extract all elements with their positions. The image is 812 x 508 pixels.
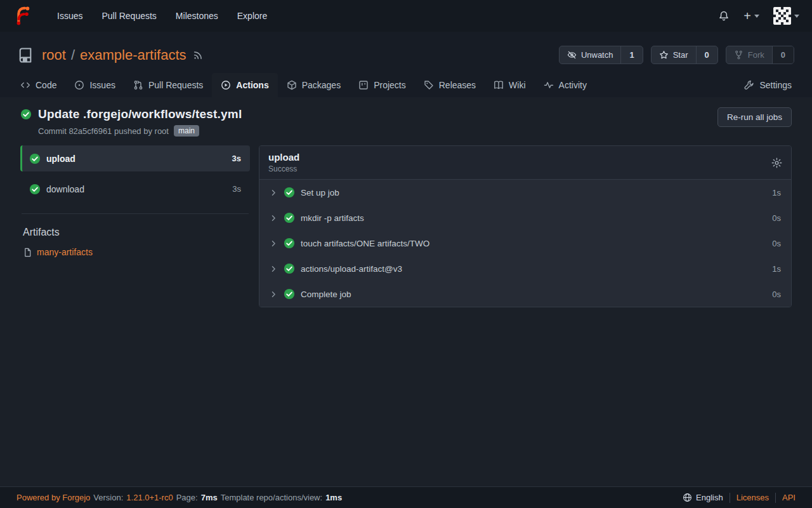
package-icon [287,80,297,90]
footer-divider [775,493,776,503]
actions-run-view: Update .forgejo/workflows/test.yml Commi… [0,97,812,486]
star-count[interactable]: 0 [696,46,717,64]
tab-wiki[interactable]: Wiki [485,73,534,97]
nav-explore[interactable]: Explore [230,6,275,26]
success-check-icon [29,184,41,195]
job-name: upload [46,154,75,164]
licenses-link[interactable]: Licenses [737,493,769,502]
step-name: Complete job [301,290,351,299]
tab-settings[interactable]: Settings [735,73,801,97]
forgejo-logo-icon[interactable] [13,6,32,25]
success-check-icon [284,212,295,224]
unwatch-button[interactable]: Unwatch [560,46,621,64]
artifacts-heading: Artifacts [23,227,250,238]
success-check-icon [20,109,32,120]
watch-count[interactable]: 1 [620,46,642,64]
issue-opened-icon [74,80,84,90]
chevron-right-icon [270,239,278,248]
tab-actions[interactable]: Actions [212,73,277,97]
step-duration: 0s [772,213,781,223]
step-name: actions/upload-artifact@v3 [301,264,402,274]
chevron-right-icon [270,189,278,197]
fork-icon [734,50,743,60]
step-row-mkdir[interactable]: mkdir -p artifacts 0s [259,205,791,231]
repo-icon [18,47,34,64]
job-detail-title: upload [268,152,299,163]
fork-button[interactable]: Fork [726,46,772,64]
tab-pull-requests[interactable]: Pull Requests [124,73,212,97]
code-icon [20,80,30,90]
globe-icon [683,493,692,502]
tab-packages[interactable]: Packages [278,73,350,97]
notifications-bell-icon[interactable] [718,10,730,22]
powered-by-link[interactable]: Powered by Forgejo [16,493,90,502]
success-check-icon [284,187,295,198]
tab-issues[interactable]: Issues [65,73,124,97]
job-steps-list: Set up job 1s mkdir -p artifacts 0s touc… [259,180,791,307]
step-row-upload-artifact[interactable]: actions/upload-artifact@v3 1s [259,256,791,281]
tab-releases[interactable]: Releases [415,73,485,97]
page-time: 7ms [201,493,218,502]
top-navbar: Issues Pull Requests Milestones Explore … [0,0,812,32]
job-duration: 3s [232,154,241,163]
tab-projects[interactable]: Projects [350,73,415,97]
tag-icon [424,80,434,90]
tools-icon [744,80,754,90]
tab-activity[interactable]: Activity [535,73,596,97]
page-label: Page: [176,493,198,502]
template-label: Template repo/actions/view: [221,493,322,502]
commit-info: Commit 82a5cf6961 pushed by root [38,126,169,136]
step-duration: 0s [772,239,781,248]
repo-header-wrapper: root / example-artifacts Unwatch [0,32,812,97]
chevron-down-icon [754,15,759,18]
step-name: mkdir -p artifacts [301,213,364,223]
version-link[interactable]: 1.21.0+1-rc0 [126,493,173,502]
star-button[interactable]: Star [652,46,696,64]
success-check-icon [284,288,295,300]
rss-icon[interactable] [193,50,204,60]
repo-name-link[interactable]: example-artifacts [80,47,187,64]
step-duration: 0s [772,290,781,299]
gear-icon[interactable] [771,157,782,168]
chevron-down-icon [794,15,799,18]
chevron-right-icon [270,290,278,298]
avatar [773,7,791,25]
run-title: Update .forgejo/workflows/test.yml [38,107,242,121]
watch-button-group: Unwatch 1 [559,46,643,64]
step-name: Set up job [301,188,339,197]
tab-code[interactable]: Code [11,73,65,97]
success-check-icon [29,153,41,164]
job-item-download[interactable]: download 3s [20,176,250,202]
step-name: touch artifacts/ONE artifacts/TWO [301,239,429,248]
project-board-icon [358,80,369,90]
artifact-link[interactable]: many-artifacts [37,247,93,257]
fork-button-group: Fork 0 [726,46,794,64]
job-name: download [46,184,84,194]
star-icon [659,50,669,60]
step-duration: 1s [772,188,781,197]
repo-breadcrumb: root / example-artifacts [42,47,187,64]
artifact-item[interactable]: many-artifacts [23,247,250,257]
repo-owner-link[interactable]: root [42,47,66,64]
sidebar-divider [22,213,249,214]
job-status: Success [268,164,299,173]
rerun-all-jobs-button[interactable]: Re-run all jobs [717,107,792,127]
user-menu[interactable] [773,7,799,25]
plus-icon: + [743,10,751,22]
step-row-setup[interactable]: Set up job 1s [259,180,791,205]
fork-count[interactable]: 0 [772,46,794,64]
create-new-dropdown[interactable]: + [743,10,759,22]
repo-tabs: Code Issues Pull Requests Actions Packag… [0,73,812,97]
nav-milestones[interactable]: Milestones [168,6,226,26]
api-link[interactable]: API [782,493,796,502]
eye-slash-icon [567,50,577,60]
step-row-touch[interactable]: touch artifacts/ONE artifacts/TWO 0s [259,231,791,256]
star-button-group: Star 0 [651,46,718,64]
nav-pull-requests[interactable]: Pull Requests [94,6,164,26]
language-menu[interactable]: English [683,493,723,502]
job-item-upload[interactable]: upload 3s [20,145,250,171]
step-row-complete[interactable]: Complete job 0s [259,281,791,307]
nav-issues[interactable]: Issues [49,6,90,26]
step-duration: 1s [772,264,781,274]
branch-badge[interactable]: main [174,125,199,137]
